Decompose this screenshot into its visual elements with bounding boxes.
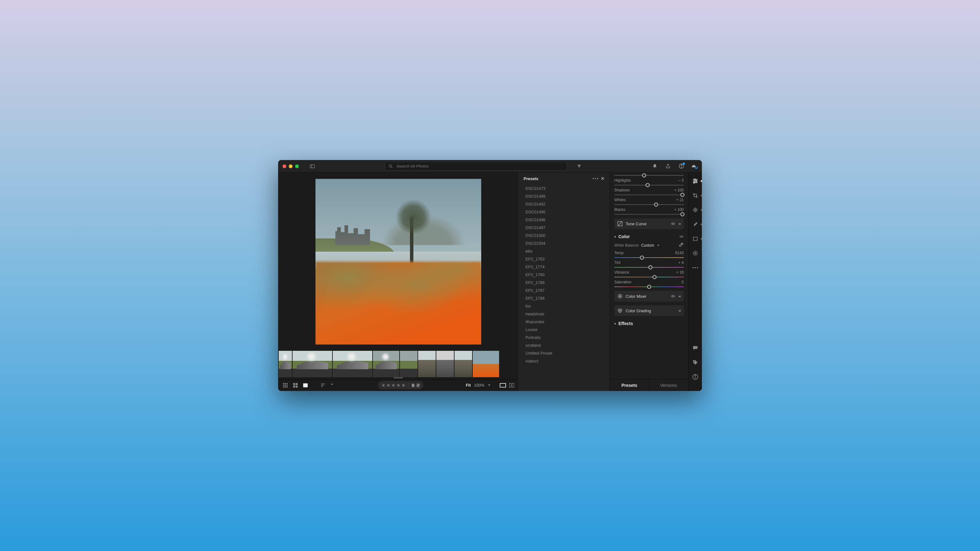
section-effects[interactable]: ▾ Effects: [614, 321, 684, 326]
preset-item[interactable]: DSC01496: [523, 216, 605, 224]
filmstrip-grabber[interactable]: [278, 377, 519, 379]
info-icon[interactable]: [692, 373, 699, 380]
tone-curve-expand-icon[interactable]: ◀: [678, 222, 681, 225]
wb-chevron-icon[interactable]: [657, 244, 660, 247]
color-grading-row[interactable]: Color Grading ◀: [614, 305, 684, 316]
tool-crop-icon[interactable]: [692, 192, 699, 199]
tab-presets[interactable]: Presets: [610, 380, 649, 391]
zoom-value[interactable]: 100%: [474, 383, 484, 387]
section-color[interactable]: ▾ Color: [614, 234, 684, 239]
preset-item[interactable]: DSC01473: [523, 184, 605, 192]
grading-expand-icon[interactable]: ◀: [678, 309, 681, 312]
thumb-selected[interactable]: [473, 351, 499, 377]
preset-item[interactable]: DSC01495: [523, 208, 605, 216]
flag-reject-icon[interactable]: [416, 383, 420, 387]
preset-item[interactable]: EP2_1780: [523, 271, 605, 279]
tab-versions[interactable]: Versions: [649, 380, 688, 391]
zoom-window[interactable]: [295, 164, 299, 168]
preset-item[interactable]: EP2_1774: [523, 263, 605, 271]
minimize-window[interactable]: [289, 164, 293, 168]
preset-item[interactable]: Portraits: [523, 333, 605, 341]
preset-item[interactable]: scotland: [523, 341, 605, 349]
star-1[interactable]: ★: [381, 382, 385, 388]
filmstrip[interactable]: [278, 351, 519, 379]
zoom-fit-label[interactable]: Fit: [466, 383, 471, 387]
zoom-chevron-icon[interactable]: [487, 383, 491, 387]
mixer-visibility-icon[interactable]: [671, 294, 675, 299]
preset-item[interactable]: EP2_1786: [523, 279, 605, 286]
thumb[interactable]: [279, 351, 292, 377]
thumb[interactable]: [436, 351, 454, 377]
thumb[interactable]: [373, 351, 399, 377]
eyedropper-icon[interactable]: [679, 242, 684, 248]
presets-close-icon[interactable]: ✕: [601, 176, 605, 181]
presets-menu-icon[interactable]: [593, 178, 598, 179]
slider-vibrance[interactable]: Vibrance+ 16: [614, 270, 684, 277]
thumb[interactable]: [333, 351, 372, 377]
tool-radial-gradient-icon[interactable]: [692, 250, 699, 257]
sort-chevron-icon[interactable]: [330, 383, 336, 388]
preset-item[interactable]: DSC01489: [523, 192, 605, 200]
tool-edit-icon[interactable]: [692, 178, 699, 184]
tool-linear-gradient-icon[interactable]: [692, 235, 699, 242]
compare-icon[interactable]: [509, 383, 514, 387]
slider-blacks[interactable]: Blacks+ 100: [614, 207, 684, 214]
color-mixer-row[interactable]: Color Mixer ◀: [614, 291, 684, 302]
flag-pick-icon[interactable]: [411, 383, 415, 387]
slider-highlights[interactable]: Highlights– 3: [614, 178, 684, 186]
star-3[interactable]: ★: [391, 382, 396, 388]
star-2[interactable]: ★: [386, 382, 390, 388]
preset-item[interactable]: EP2_1788: [523, 294, 605, 302]
view-grid-small-icon[interactable]: [283, 383, 288, 388]
preset-item[interactable]: ellis: [523, 247, 605, 255]
view-single-icon[interactable]: [302, 383, 308, 388]
preset-item[interactable]: DSC01492: [523, 200, 605, 208]
star-4[interactable]: ★: [396, 382, 401, 388]
help-icon[interactable]: [678, 163, 684, 170]
thumb[interactable]: [418, 351, 436, 377]
slider-temp[interactable]: Temp6143: [614, 251, 684, 258]
tool-heal-icon[interactable]: [692, 206, 699, 213]
star-5[interactable]: ★: [401, 382, 406, 388]
slider-contrast[interactable]: [614, 175, 684, 176]
preset-item[interactable]: Untitled Preset: [523, 349, 605, 357]
thumb[interactable]: [293, 351, 332, 377]
color-visibility-icon[interactable]: [679, 234, 684, 239]
preset-item[interactable]: DSC01497: [523, 224, 605, 232]
comments-icon[interactable]: [692, 345, 699, 351]
tool-brush-icon[interactable]: [692, 221, 699, 228]
mixer-expand-icon[interactable]: ◀: [678, 295, 681, 298]
sort-icon[interactable]: [320, 383, 326, 388]
preset-item[interactable]: Louise: [523, 326, 605, 333]
tool-more-icon[interactable]: [692, 264, 699, 271]
close-window[interactable]: [283, 164, 286, 168]
preset-item[interactable]: fox: [523, 302, 605, 310]
preset-item[interactable]: DSC01504: [523, 240, 605, 247]
search-field[interactable]: [385, 162, 567, 171]
slider-saturation[interactable]: Saturation0: [614, 280, 684, 287]
panels-toggle-icon[interactable]: [310, 164, 315, 169]
slider-tint[interactable]: Tint+ 4: [614, 260, 684, 268]
preset-list[interactable]: DSC01473DSC01489DSC01492DSC01495DSC01496…: [519, 184, 609, 391]
thumb[interactable]: [455, 351, 472, 377]
cloud-sync-icon[interactable]: [691, 163, 697, 170]
tone-curve-visibility-icon[interactable]: [671, 222, 675, 226]
slider-shadows[interactable]: Shadows+ 100: [614, 188, 684, 195]
preset-item[interactable]: ilfracombe: [523, 318, 605, 326]
search-input[interactable]: [396, 164, 563, 168]
share-icon[interactable]: [665, 163, 671, 170]
preset-item[interactable]: headshots: [523, 310, 605, 318]
preset-item[interactable]: viaduct: [523, 357, 605, 365]
tone-curve-row[interactable]: Tone Curve ◀: [614, 218, 684, 229]
view-grid-icon[interactable]: [293, 383, 298, 388]
preset-item[interactable]: EP2_1763: [523, 255, 605, 263]
photo-canvas[interactable]: [278, 173, 519, 351]
preset-item[interactable]: EP2_1787: [523, 286, 605, 294]
slider-whites[interactable]: Whites+ 21: [614, 198, 684, 205]
fit-original-icon[interactable]: [500, 383, 506, 387]
preset-item[interactable]: DSC01500: [523, 232, 605, 240]
filter-icon[interactable]: [576, 164, 582, 169]
notifications-icon[interactable]: [652, 163, 658, 170]
keywords-icon[interactable]: [692, 359, 699, 366]
thumb[interactable]: [400, 351, 417, 377]
